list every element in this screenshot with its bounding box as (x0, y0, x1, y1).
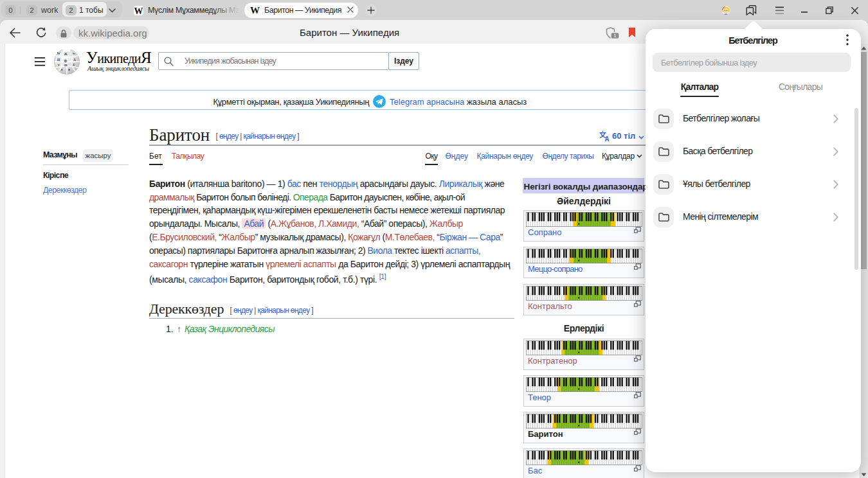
svg-text:ш: ш (64, 63, 68, 67)
svg-text:v: v (58, 63, 60, 67)
svg-text:1: 1 (613, 33, 617, 39)
svg-text:я: я (68, 67, 70, 71)
svg-text:И: И (57, 58, 60, 62)
svg-text:A: A (73, 58, 76, 62)
svg-text:A: A (605, 136, 610, 142)
svg-text:w: w (73, 51, 75, 55)
svg-text:W: W (57, 51, 61, 55)
svg-text:д: д (73, 62, 75, 66)
svg-text:Ж: Ж (64, 52, 68, 56)
